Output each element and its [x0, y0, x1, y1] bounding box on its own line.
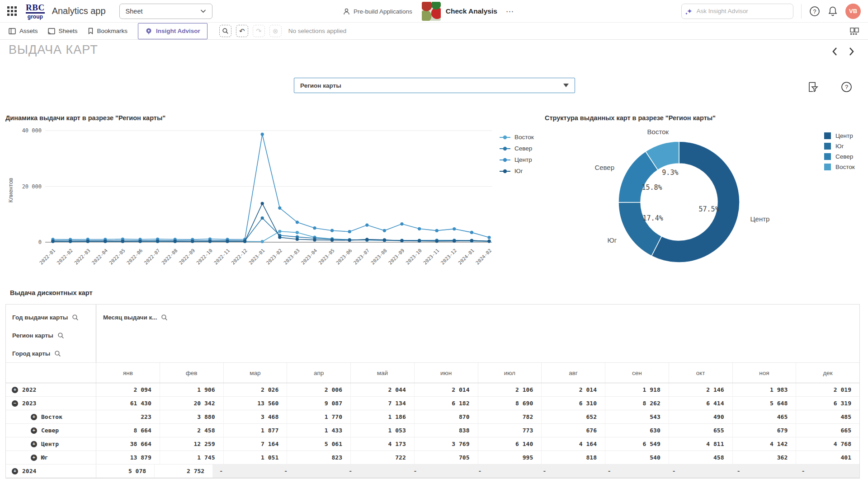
point-Юг-2023-10[interactable] — [418, 239, 421, 243]
legend-item-Юг[interactable]: Юг — [824, 143, 855, 150]
legend-item-Север[interactable]: Север — [500, 145, 534, 152]
point-Юг-2023-04[interactable] — [313, 238, 316, 241]
legend-item-Восток[interactable]: Восток — [500, 134, 534, 141]
point-Юг-2022-10[interactable] — [208, 239, 212, 243]
point-Центр-2024-01[interactable] — [470, 231, 473, 234]
sheet-layout-icon[interactable] — [850, 28, 859, 35]
current-app-name[interactable]: Check Analysis — [446, 7, 497, 15]
point-Юг-2022-11[interactable] — [226, 239, 229, 243]
selections-back-icon[interactable]: ↶ — [236, 25, 248, 37]
expand-icon[interactable]: + — [12, 387, 18, 393]
point-Юг-2022-03[interactable] — [86, 239, 90, 243]
legend-item-Центр[interactable]: Центр — [500, 156, 534, 163]
point-Юг-2022-08[interactable] — [174, 239, 177, 243]
prebuild-label: Pre-build Applications — [354, 8, 412, 15]
tab-bookmarks[interactable]: Bookmarks — [83, 23, 133, 40]
point-Центр-2023-07[interactable] — [365, 224, 368, 227]
point-Юг-2023-09[interactable] — [400, 239, 403, 242]
app-thumbnail[interactable] — [422, 2, 441, 21]
legend-item-Север[interactable]: Север — [824, 153, 855, 160]
point-Юг-2023-11[interactable] — [435, 239, 439, 243]
tab-insight-advisor[interactable]: Insight Advisor — [138, 23, 208, 39]
app-launcher-icon[interactable] — [7, 6, 17, 16]
point-Центр-2023-12[interactable] — [453, 227, 456, 230]
prebuild-applications-link[interactable]: Pre-build Applications — [343, 8, 412, 15]
point-Юг-2022-06[interactable] — [138, 239, 142, 243]
search-icon[interactable] — [54, 350, 61, 357]
point-Восток-2023-03[interactable] — [296, 231, 299, 234]
point-Юг-2023-05[interactable] — [330, 239, 334, 242]
point-Юг-2023-01[interactable] — [261, 202, 264, 205]
point-Юг-2022-01[interactable] — [51, 239, 54, 243]
smart-search-selections-icon[interactable] — [219, 25, 231, 37]
dim-month[interactable]: Месяц выдачи к... — [103, 308, 859, 326]
sheet-selector-dropdown[interactable]: Sheet — [119, 4, 212, 19]
point-Юг-2022-09[interactable] — [191, 239, 194, 243]
point-Юг-2022-05[interactable] — [121, 239, 124, 243]
point-Юг-2023-03[interactable] — [296, 238, 299, 241]
point-Юг-2024-01[interactable] — [470, 239, 473, 242]
point-Юг-2022-04[interactable] — [104, 239, 107, 243]
dropdown-caret-icon — [563, 84, 569, 87]
x-tick-label: 2023-01 — [248, 248, 266, 266]
point-Юг-2022-02[interactable] — [69, 239, 72, 243]
point-Центр-2023-01[interactable] — [261, 133, 264, 136]
line-series-Центр[interactable] — [53, 134, 489, 239]
selections-forward-icon[interactable]: ↷ — [253, 25, 265, 37]
help-icon[interactable]: ? — [809, 6, 820, 17]
legend-item-Восток[interactable]: Восток — [824, 164, 855, 170]
region-filter-dropdown[interactable]: Регион карты — [294, 78, 575, 93]
dim-region[interactable]: Регион карты — [12, 326, 96, 344]
point-Юг-2022-12[interactable] — [243, 239, 246, 243]
search-icon[interactable] — [72, 314, 79, 321]
previous-sheet-icon[interactable] — [832, 47, 838, 56]
ask-insight-advisor-input[interactable] — [697, 8, 788, 14]
legend-item-Юг[interactable]: Юг — [500, 168, 534, 174]
point-Юг-2023-08[interactable] — [383, 238, 386, 241]
donut-slice-Юг[interactable] — [618, 202, 661, 256]
point-Север-2023-01[interactable] — [261, 216, 264, 220]
selections-tool-icon[interactable] — [807, 81, 819, 93]
point-Центр-2023-03[interactable] — [296, 221, 299, 224]
point-Центр-2023-05[interactable] — [330, 229, 334, 232]
point-Центр-2024-02[interactable] — [487, 236, 491, 239]
point-Центр-2023-10[interactable] — [418, 227, 421, 230]
point-Центр-2023-09[interactable] — [400, 222, 403, 225]
point-Центр-2023-04[interactable] — [313, 226, 316, 230]
expand-icon[interactable]: + — [31, 427, 37, 434]
point-Восток-2023-02[interactable] — [278, 230, 281, 233]
expand-icon[interactable]: + — [12, 468, 18, 474]
clear-selections-icon[interactable]: ⊗ — [269, 25, 282, 37]
line-series-Юг[interactable] — [53, 203, 489, 241]
point-Центр-2023-11[interactable] — [435, 229, 439, 232]
legend-item-Центр[interactable]: Центр — [824, 132, 855, 139]
point-Центр-2023-02[interactable] — [278, 206, 281, 210]
search-icon[interactable] — [161, 314, 168, 321]
notifications-bell-icon[interactable] — [828, 6, 838, 16]
point-Юг-2023-06[interactable] — [348, 239, 351, 242]
point-Восток-2023-01[interactable] — [261, 240, 264, 243]
more-menu-icon[interactable]: ⋯ — [506, 7, 514, 16]
point-Юг-2023-02[interactable] — [278, 236, 281, 239]
donut-chart-plot[interactable]: 57.5%Центр17.4%Юг15.8%Север9.3%Восток — [545, 122, 868, 276]
point-Юг-2023-12[interactable] — [453, 239, 456, 243]
user-avatar[interactable]: VB — [845, 4, 861, 19]
line-chart-plot[interactable]: 020 00040 000Клиентов2022-012022-022022-… — [5, 122, 494, 287]
point-Центр-2023-08[interactable] — [383, 229, 386, 232]
point-Центр-2023-06[interactable] — [348, 230, 351, 233]
collapse-icon[interactable]: − — [12, 400, 18, 407]
tab-sheets[interactable]: Sheets — [43, 23, 83, 40]
point-Юг-2024-02[interactable] — [487, 239, 491, 243]
sheet-help-icon[interactable]: ? — [841, 81, 852, 93]
expand-icon[interactable]: + — [31, 441, 37, 447]
dim-year[interactable]: Год выдачи карты — [12, 308, 96, 326]
tab-assets[interactable]: Assets — [4, 23, 43, 40]
dim-city[interactable]: Город карты — [12, 344, 96, 362]
next-sheet-icon[interactable] — [849, 47, 854, 56]
insight-advisor-search[interactable]: ✦✦ — [681, 4, 793, 19]
point-Юг-2023-07[interactable] — [365, 238, 368, 241]
search-icon[interactable] — [57, 332, 64, 339]
expand-icon[interactable]: + — [31, 414, 37, 420]
expand-icon[interactable]: + — [31, 455, 37, 461]
point-Юг-2022-07[interactable] — [156, 239, 159, 243]
